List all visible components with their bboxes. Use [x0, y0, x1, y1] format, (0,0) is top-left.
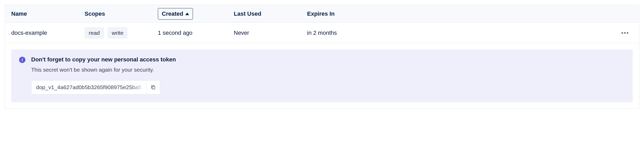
svg-point-0	[621, 32, 623, 34]
column-header-expires[interactable]: Expires In	[307, 10, 383, 17]
token-display: dop_v1_4a627ad0b5b3265f908975e25ba5	[31, 80, 176, 94]
token-value-text: dop_v1_4a627ad0b5b3265f908975e25ba5	[36, 84, 141, 90]
table-row: docs-example read write 1 second ago Nev…	[5, 23, 639, 43]
scope-tags: read write	[85, 27, 158, 39]
svg-point-2	[627, 32, 628, 34]
tokens-table: Name Scopes Created Last Used Expires In…	[5, 5, 639, 109]
svg-point-1	[624, 32, 626, 34]
token-last-used: Never	[234, 30, 307, 36]
more-icon	[621, 32, 629, 34]
svg-rect-3	[152, 87, 155, 89]
token-value-field[interactable]: dop_v1_4a627ad0b5b3265f908975e25ba5	[31, 80, 146, 94]
token-name: docs-example	[11, 30, 85, 36]
column-header-name[interactable]: Name	[11, 10, 85, 17]
token-expires: in 2 months	[307, 30, 383, 36]
copy-token-button[interactable]	[146, 80, 160, 94]
info-icon: i	[19, 57, 25, 63]
info-banner-title: Don't forget to copy your new personal a…	[31, 56, 176, 63]
copy-icon	[151, 85, 156, 90]
column-header-created[interactable]: Created	[158, 8, 234, 20]
column-header-scopes[interactable]: Scopes	[85, 10, 158, 17]
column-header-last-used[interactable]: Last Used	[234, 10, 307, 17]
scope-tag-write: write	[108, 27, 127, 39]
sort-ascending-icon	[185, 13, 189, 15]
scope-tag-read: read	[85, 27, 104, 39]
info-banner-subtitle: This secret won't be shown again for you…	[31, 67, 176, 73]
table-header-row: Name Scopes Created Last Used Expires In	[5, 5, 639, 23]
info-banner: i Don't forget to copy your new personal…	[11, 49, 633, 102]
column-header-created-label: Created	[162, 10, 183, 17]
more-actions-button[interactable]	[619, 30, 631, 36]
token-reveal-row: i Don't forget to copy your new personal…	[5, 43, 639, 108]
token-created: 1 second ago	[158, 30, 234, 36]
